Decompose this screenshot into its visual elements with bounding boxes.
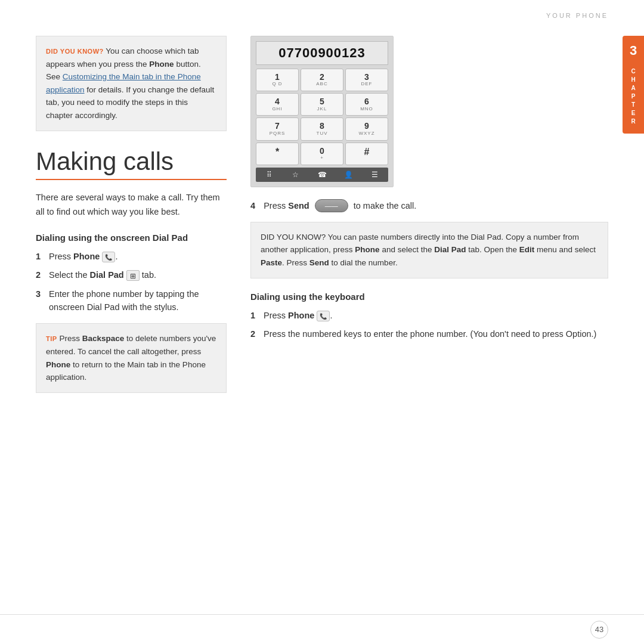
- dyk-right-bold3: Edit: [519, 245, 535, 254]
- dyk-right-text3: tab. Open the: [466, 245, 519, 254]
- dialpad-tab-4: 👤: [335, 168, 361, 182]
- page-header: YOUR PHONE: [546, 12, 608, 19]
- dial-pad-subsection-title: Dialing using the onscreen Dial Pad: [36, 233, 227, 243]
- key-hash: #: [345, 143, 388, 165]
- key-6-sub: MNO: [348, 107, 385, 112]
- dialpad-tab-3: ☎: [309, 168, 335, 182]
- right-column: 07700900123 1Q D 2ABC 3DEF 4GHI 5JKL 6MN…: [250, 36, 608, 608]
- key-2: 2ABC: [301, 69, 343, 91]
- dyk-right-text2: and select the: [380, 245, 435, 254]
- step-3-text: Enter the phone number by tapping the on…: [47, 287, 227, 314]
- key-7: 7PQRS: [256, 117, 299, 140]
- did-you-know-top-label: DID YOU KNOW?: [46, 48, 104, 55]
- section-divider: [36, 179, 227, 180]
- chapter-text: CHAPTER: [630, 68, 637, 126]
- step-1: 1 Press Phone 📞.: [36, 250, 227, 263]
- step-1-bold: Phone: [73, 252, 100, 261]
- dialpad-tab-1: ⠿: [256, 168, 282, 182]
- key-6: 6MNO: [345, 93, 388, 116]
- did-you-know-right-box: DID YOU KNOW? You can paste numbers dire…: [250, 222, 608, 278]
- step-4-bold: Send: [286, 201, 312, 210]
- phone-icon-1: 📞: [102, 252, 115, 262]
- key-8-sub: TUV: [304, 131, 340, 137]
- key-0-sub: +: [304, 156, 340, 161]
- key-4-sub: GHI: [259, 107, 296, 112]
- key-5: 5JKL: [301, 93, 343, 116]
- tip-bold2: Phone: [46, 360, 70, 369]
- key-4: 4GHI: [256, 93, 299, 116]
- chapter-tab: 3 CHAPTER: [623, 36, 644, 134]
- left-column: DID YOU KNOW? You can choose which tab a…: [36, 36, 227, 608]
- tip-text1: Press: [57, 334, 82, 343]
- step-4-text-after: to make the call.: [351, 201, 417, 210]
- key-9-sub: WXYZ: [348, 131, 385, 137]
- dialpad-icon: ⊞: [126, 270, 140, 281]
- did-you-know-top-box: DID YOU KNOW? You can choose which tab a…: [36, 36, 227, 131]
- step-1-num: 1: [36, 250, 47, 263]
- intro-text: There are several ways to make a call. T…: [36, 191, 227, 219]
- key-1: 1Q D: [256, 69, 299, 91]
- dialpad-tabs: ⠿ ☆ ☎ 👤 ☰: [256, 168, 388, 182]
- keyboard-steps: 1 Press Phone 📞. 2 Press the numbered ke…: [250, 309, 608, 341]
- kb-step-2-text: Press the numbered keys to enter the pho…: [261, 327, 608, 340]
- kb-step-2: 2 Press the numbered keys to enter the p…: [250, 327, 608, 340]
- kb-step-2-num: 2: [250, 327, 261, 340]
- section-title: Making calls: [36, 148, 227, 175]
- key-3: 3DEF: [345, 69, 388, 91]
- tip-label: TIP: [46, 335, 57, 342]
- kb-step-1: 1 Press Phone 📞.: [250, 309, 608, 322]
- step-2: 2 Select the Dial Pad ⊞ tab.: [36, 268, 227, 281]
- dyk-right-bold4: Paste: [261, 258, 282, 267]
- tip-text3: to return to the Main tab in the Phone a…: [46, 360, 206, 382]
- page-number: 43: [590, 621, 608, 639]
- tip-bold1: Backspace: [82, 334, 125, 343]
- dyk-right-text5: . Press: [282, 258, 309, 267]
- key-3-sub: DEF: [348, 82, 385, 87]
- kb-step-1-num: 1: [250, 309, 261, 322]
- dyk-right-text6: to dial the number.: [329, 258, 398, 267]
- key-star: *: [256, 143, 299, 165]
- keyboard-subsection-title: Dialing using the keyboard: [250, 292, 608, 302]
- kb-step-1-text: Press Phone 📞.: [261, 309, 608, 322]
- dialpad-grid: 1Q D 2ABC 3DEF 4GHI 5JKL 6MNO 7PQRS 8TUV…: [256, 69, 388, 165]
- dyk-right-bold1: Phone: [355, 245, 379, 254]
- step-3: 3 Enter the phone number by tapping the …: [36, 287, 227, 314]
- key-5-sub: JKL: [304, 107, 340, 112]
- dial-pad-steps: 1 Press Phone 📞. 2 Select the Dial Pad ⊞…: [36, 250, 227, 314]
- key-9: 9WXYZ: [345, 117, 388, 140]
- key-2-sub: ABC: [304, 82, 340, 87]
- header-title: YOUR PHONE: [546, 12, 608, 19]
- did-you-know-right-label: DID YOU KNOW?: [261, 233, 326, 242]
- dyk-right-bold5: Send: [309, 258, 329, 267]
- dialpad-display: 07700900123: [256, 41, 388, 65]
- tip-box: TIP Press Backspace to delete numbers yo…: [36, 323, 227, 392]
- dialpad-screenshot: 07700900123 1Q D 2ABC 3DEF 4GHI 5JKL 6MN…: [250, 36, 394, 187]
- key-1-sub: Q D: [259, 82, 296, 87]
- kb-step-1-bold: Phone: [288, 311, 314, 320]
- phone-icon-2: 📞: [317, 311, 330, 321]
- step-2-num: 2: [36, 268, 47, 281]
- step-3-num: 3: [36, 287, 47, 301]
- dialpad-tab-2: ☆: [282, 168, 308, 182]
- step-2-text: Select the Dial Pad ⊞ tab.: [47, 268, 227, 281]
- footer: 43: [0, 614, 644, 644]
- step-2-bold: Dial Pad: [90, 270, 124, 280]
- dialpad-tab-5: ☰: [362, 168, 388, 182]
- step-1-text: Press Phone 📞.: [47, 250, 227, 263]
- step-4-num: 4: [250, 201, 255, 210]
- key-7-sub: PQRS: [259, 131, 296, 137]
- send-button-icon: ——: [315, 199, 348, 212]
- main-content: DID YOU KNOW? You can choose which tab a…: [36, 36, 608, 608]
- keyboard-section: Dialing using the keyboard 1 Press Phone…: [250, 292, 608, 341]
- did-you-know-top-bold1: Phone: [149, 60, 174, 69]
- dyk-right-text4: menu and select: [534, 245, 596, 254]
- dyk-right-bold2: Dial Pad: [434, 245, 466, 254]
- chapter-number: 3: [630, 43, 637, 58]
- key-8: 8TUV: [301, 117, 343, 140]
- step-4-row: 4 Press Send —— to make the call.: [250, 199, 608, 212]
- key-0: 0+: [301, 143, 343, 165]
